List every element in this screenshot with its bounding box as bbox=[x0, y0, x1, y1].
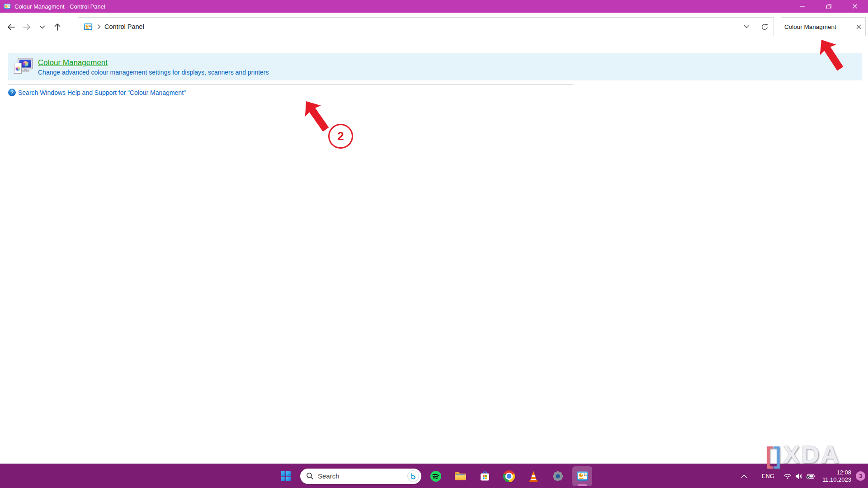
annotation-step-circle: 2 bbox=[328, 124, 353, 149]
search-input[interactable]: Colour Managment bbox=[781, 17, 866, 36]
taskbar-icon-microsoft-store[interactable] bbox=[475, 466, 495, 486]
minimize-button[interactable] bbox=[789, 0, 816, 13]
colour-management-link[interactable]: Colour Management bbox=[38, 58, 269, 67]
help-link[interactable]: ? Search Windows Help and Support for "C… bbox=[8, 89, 186, 96]
wifi-icon[interactable] bbox=[782, 466, 793, 486]
tray-chevron-up-icon[interactable] bbox=[738, 466, 750, 486]
clear-search-icon[interactable] bbox=[852, 24, 865, 29]
chrome-icon bbox=[503, 470, 515, 482]
up-button[interactable] bbox=[50, 19, 65, 35]
battery-saver-icon[interactable] bbox=[805, 466, 817, 486]
volume-icon[interactable] bbox=[793, 466, 805, 486]
back-button[interactable] bbox=[4, 19, 19, 35]
tray-date: 11.10.2023 bbox=[822, 476, 851, 483]
search-input-value: Colour Managment bbox=[784, 23, 836, 30]
taskbar-icon-settings[interactable] bbox=[548, 466, 568, 486]
search-result-row[interactable]: Colour Management Change advanced colour… bbox=[8, 53, 862, 80]
address-bar[interactable]: Control Panel bbox=[78, 17, 774, 36]
address-dropdown-chevron-icon[interactable] bbox=[737, 19, 755, 34]
close-button[interactable] bbox=[842, 0, 868, 13]
taskbar-icon-spotify[interactable] bbox=[426, 466, 446, 486]
results-divider bbox=[8, 84, 573, 84]
taskbar-icon-colour-management-active[interactable] bbox=[572, 466, 592, 486]
help-link-label: Search Windows Help and Support for "Col… bbox=[18, 89, 186, 96]
tray-clock[interactable]: 12:08 11.10.2023 bbox=[822, 469, 851, 483]
question-mark-icon: ? bbox=[8, 89, 16, 96]
colour-management-classic-icon bbox=[13, 56, 33, 77]
taskbar-icon-file-explorer[interactable] bbox=[450, 466, 470, 486]
breadcrumb-control-panel[interactable]: Control Panel bbox=[104, 23, 144, 30]
taskbar-icon-vlc[interactable] bbox=[524, 466, 543, 486]
window-title: Colour Managment - Control Panel bbox=[14, 3, 105, 10]
navigation-toolbar: Control Panel Colour Managment bbox=[0, 13, 868, 42]
start-button[interactable] bbox=[276, 466, 296, 486]
notification-badge[interactable]: 3 bbox=[856, 471, 865, 481]
taskbar-icon-chrome[interactable] bbox=[499, 466, 519, 486]
window-titlebar: Colour Managment - Control Panel bbox=[0, 0, 868, 13]
active-app-indicator bbox=[578, 484, 587, 486]
tray-language[interactable]: ENG bbox=[762, 466, 774, 486]
tray-time: 12:08 bbox=[822, 469, 851, 476]
watermark-right-bracket: ] bbox=[773, 444, 781, 467]
restore-button[interactable] bbox=[816, 0, 842, 13]
xda-watermark: [ ] XDA bbox=[765, 444, 840, 467]
taskbar: Search bbox=[0, 464, 868, 488]
forward-button[interactable] bbox=[19, 19, 34, 35]
search-icon bbox=[306, 472, 314, 480]
watermark-left-bracket: [ bbox=[765, 444, 773, 467]
recent-locations-chevron-icon[interactable] bbox=[34, 19, 50, 35]
annotation-step-number: 2 bbox=[337, 129, 344, 143]
bing-icon[interactable] bbox=[407, 470, 419, 482]
watermark-text: XDA bbox=[783, 442, 840, 467]
colour-management-icon bbox=[84, 22, 93, 31]
breadcrumb-chevron-icon bbox=[97, 24, 101, 29]
taskbar-search-placeholder: Search bbox=[318, 472, 340, 480]
refresh-icon[interactable] bbox=[755, 19, 774, 34]
notification-count: 3 bbox=[859, 473, 862, 479]
colour-management-icon bbox=[4, 3, 11, 10]
result-description: Change advanced colour management settin… bbox=[38, 69, 269, 76]
taskbar-search-box[interactable]: Search bbox=[300, 469, 421, 484]
